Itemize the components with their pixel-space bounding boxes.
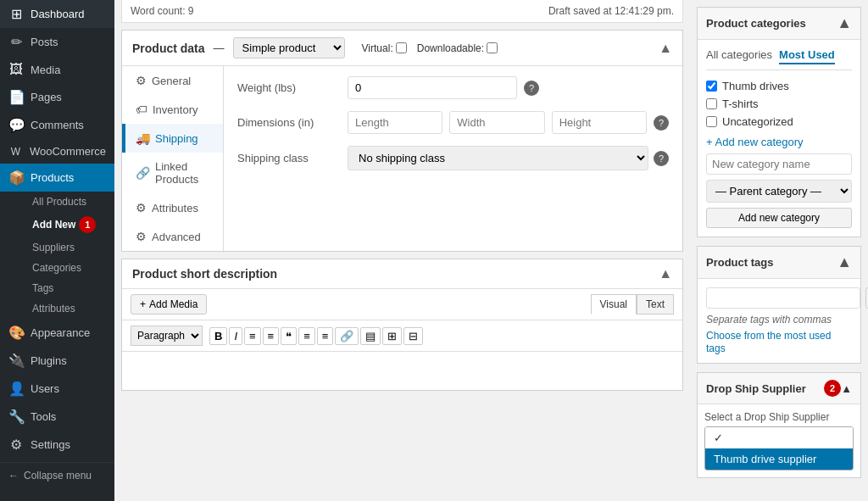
drop-ship-title: Drop Ship Supplier <box>706 382 821 395</box>
length-input[interactable] <box>348 111 442 134</box>
advanced-tab-icon: ⚙ <box>136 230 147 243</box>
paragraph-select[interactable]: Paragraph <box>131 326 203 346</box>
sidebar-item-label: Comments <box>31 119 84 131</box>
sidebar-item-label: WooCommerce <box>30 145 106 158</box>
tshirts-checkbox[interactable] <box>706 98 717 109</box>
weight-help-icon[interactable]: ? <box>524 81 539 96</box>
downloadable-checkbox[interactable] <box>487 42 498 53</box>
supplier-option-thumb-drive[interactable]: Thumb drive supplier <box>705 448 853 470</box>
word-count: Word count: 9 <box>131 5 193 17</box>
sidebar-sub-suppliers[interactable]: Suppliers <box>24 237 114 258</box>
product-tags-toggle[interactable]: ▲ <box>837 253 852 271</box>
dimensions-label: Dimensions (in) <box>237 116 348 129</box>
product-categories-body: All categories Most Used Thumb drives T-… <box>698 40 860 237</box>
sidebar-item-settings[interactable]: ⚙ Settings <box>0 431 114 459</box>
tab-linked-products[interactable]: 🔗 Linked Products <box>122 153 223 193</box>
product-type-checkboxes: Virtual: Downloadable: <box>362 42 498 54</box>
sidebar-sub-categories[interactable]: Categories <box>24 258 114 278</box>
sidebar-item-comments[interactable]: 💬 Comments <box>0 111 114 139</box>
main-area: Word count: 9 Draft saved at 12:41:29 pm… <box>114 0 868 501</box>
all-categories-tab[interactable]: All categories <box>706 48 772 64</box>
text-tab[interactable]: Text <box>637 294 674 315</box>
ul-button[interactable]: ≡ <box>244 327 261 345</box>
product-data-collapse-button[interactable]: ▲ <box>659 41 672 56</box>
tab-inventory[interactable]: 🏷 Inventory <box>122 95 223 124</box>
ol-button[interactable]: ≡ <box>263 327 280 345</box>
sidebar-item-users[interactable]: 👤 Users <box>0 375 114 403</box>
align-left-button[interactable]: ≡ <box>298 327 315 345</box>
pages-icon: 📄 <box>8 89 24 105</box>
sidebar-sub-tags[interactable]: Tags <box>24 278 114 298</box>
shipping-class-label: Shipping class <box>237 152 348 164</box>
uncategorized-checkbox[interactable] <box>706 116 717 127</box>
sidebar-item-appearance[interactable]: 🎨 Appearance <box>0 319 114 347</box>
virtual-checkbox-label[interactable]: Virtual: <box>362 42 407 54</box>
sidebar-item-products[interactable]: 📦 Products <box>0 164 114 192</box>
media-icon: 🖼 <box>8 62 24 77</box>
add-media-button[interactable]: + Add Media <box>131 294 207 315</box>
insert-button[interactable]: ▤ <box>360 327 381 345</box>
sidebar-sub-add-new[interactable]: Add New 1 <box>24 212 114 237</box>
shipping-class-select[interactable]: No shipping class <box>348 146 648 170</box>
sidebar-sub-all-products[interactable]: All Products <box>24 192 114 212</box>
new-category-input[interactable] <box>706 153 852 175</box>
thumb-drives-checkbox[interactable] <box>706 81 717 92</box>
attributes-tab-icon: ⚙ <box>136 201 147 214</box>
short-desc-collapse-button[interactable]: ▲ <box>659 266 672 281</box>
product-categories-toggle[interactable]: ▲ <box>837 14 852 32</box>
tags-input[interactable] <box>706 287 860 309</box>
most-used-tab[interactable]: Most Used <box>779 48 835 64</box>
visual-tab[interactable]: Visual <box>591 294 637 315</box>
tab-advanced[interactable]: ⚙ Advanced <box>122 222 223 251</box>
collapse-icon: ← <box>8 470 19 482</box>
shipping-class-help-icon[interactable]: ? <box>654 151 669 166</box>
sidebar-sub-attributes[interactable]: Attributes <box>24 298 114 319</box>
tab-general[interactable]: ⚙ General <box>122 66 223 95</box>
sidebar-item-dashboard[interactable]: ⊞ Dashboard <box>0 0 114 28</box>
toolbar-format-group: B I ≡ ≡ ❝ ≡ ≡ 🔗 ▤ ⊞ ⊟ <box>209 327 423 345</box>
short-description-box: Product short description ▲ + Add Media … <box>121 259 683 391</box>
toggle-toolbar-button[interactable]: ⊟ <box>403 327 423 345</box>
sidebar-item-pages[interactable]: 📄 Pages <box>0 83 114 111</box>
fullscreen-button[interactable]: ⊞ <box>382 327 402 345</box>
posts-icon: ✏ <box>8 34 24 50</box>
editor-content-area[interactable] <box>122 352 682 390</box>
dashboard-icon: ⊞ <box>8 6 24 22</box>
blockquote-button[interactable]: ❝ <box>281 327 297 345</box>
drop-ship-header: Drop Ship Supplier 2 ▲ <box>698 373 860 404</box>
add-new-badge: 1 <box>79 216 96 233</box>
supplier-option-check[interactable]: ✓ <box>705 427 853 448</box>
product-type-select[interactable]: Simple product Variable product Grouped … <box>233 37 345 58</box>
weight-input[interactable] <box>348 76 517 99</box>
sidebar-item-plugins[interactable]: 🔌 Plugins <box>0 347 114 375</box>
link-button[interactable]: 🔗 <box>335 327 359 345</box>
width-input[interactable] <box>449 111 544 134</box>
products-icon: 📦 <box>8 170 24 186</box>
virtual-checkbox[interactable] <box>396 42 407 53</box>
visual-text-tabs: Visual Text <box>591 294 674 315</box>
bold-button[interactable]: B <box>209 327 227 345</box>
thumb-drives-label: Thumb drives <box>722 80 789 92</box>
add-category-button[interactable]: Add new category <box>706 208 852 228</box>
right-panel: Product categories ▲ All categories Most… <box>690 0 868 501</box>
downloadable-checkbox-label[interactable]: Downloadable: <box>417 42 498 54</box>
choose-tags-link[interactable]: Choose from the most used tags <box>706 330 831 354</box>
tab-shipping[interactable]: 🚚 Shipping <box>122 124 223 153</box>
add-new-category-link[interactable]: + Add new category <box>706 136 852 148</box>
sidebar-item-tools[interactable]: 🔧 Tools <box>0 403 114 431</box>
sidebar-item-media[interactable]: 🖼 Media <box>0 56 114 83</box>
italic-button[interactable]: I <box>229 327 242 345</box>
sidebar-item-woocommerce[interactable]: W WooCommerce <box>0 139 114 164</box>
dimensions-help-icon[interactable]: ? <box>654 115 669 131</box>
weight-input-group: ? <box>348 76 669 99</box>
sidebar-item-posts[interactable]: ✏ Posts <box>0 28 114 56</box>
collapse-menu-button[interactable]: ← Collapse menu <box>0 462 114 488</box>
height-input[interactable] <box>552 111 647 134</box>
sidebar-item-label: Tools <box>31 410 56 423</box>
drop-ship-toggle[interactable]: ▲ <box>841 382 852 395</box>
general-tab-icon: ⚙ <box>136 74 147 87</box>
align-right-button[interactable]: ≡ <box>317 327 334 345</box>
parent-category-select[interactable]: — Parent category — <box>706 180 852 203</box>
tab-attributes[interactable]: ⚙ Attributes <box>122 193 223 222</box>
tags-hint: Separate tags with commas <box>706 314 852 326</box>
